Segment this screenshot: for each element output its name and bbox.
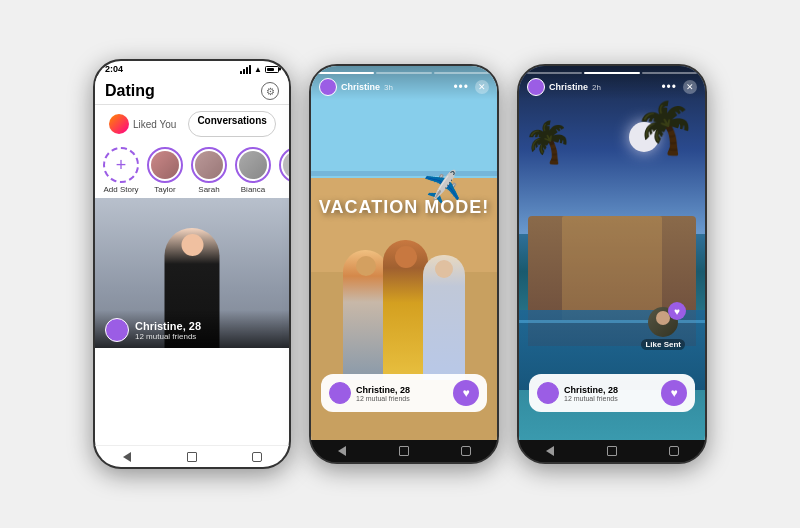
- progress-bar-3a: [527, 72, 582, 74]
- story-screen-2: VACATION MODE! ✈️ Christine 3h •••: [311, 66, 497, 440]
- tab-liked-you[interactable]: Liked You: [103, 111, 182, 137]
- progress-bar-1: [319, 72, 374, 74]
- story-profile-avatar-3: [537, 382, 559, 404]
- story-user-avatar-3: [527, 78, 545, 96]
- story-meta-3: Christine 2h ••• ✕: [527, 78, 697, 96]
- progress-bar-3: [434, 72, 489, 74]
- phone-2: VACATION MODE! ✈️ Christine 3h •••: [309, 64, 499, 464]
- story-profile-name-3: Christine, 28: [564, 385, 618, 395]
- add-story-icon: +: [103, 147, 139, 183]
- people-group: [339, 240, 469, 380]
- app-title: Dating: [105, 82, 155, 100]
- story-label-bianca: Bianca: [241, 185, 265, 194]
- settings-icon[interactable]: ⚙: [261, 82, 279, 100]
- nav-bar-1: [95, 445, 289, 467]
- story-user-3: Christine 2h: [527, 78, 601, 96]
- like-button-3[interactable]: ♥: [661, 380, 687, 406]
- palm-tree-right: 🌴: [634, 103, 696, 153]
- story-profile-left-2: Christine, 28 12 mutual friends: [329, 382, 410, 404]
- like-sent-label: Like Sent: [641, 339, 685, 350]
- story-header-2: Christine 3h ••• ✕: [311, 66, 497, 100]
- tabs-row: Liked You Conversations: [95, 105, 289, 143]
- progress-bar-3b: [584, 72, 639, 74]
- story-content-3: 🌴 🌴: [519, 66, 705, 440]
- home-button[interactable]: [185, 450, 199, 464]
- recents-button-2[interactable]: [459, 444, 473, 458]
- progress-bars-2: [319, 72, 489, 74]
- plane-emoji: ✈️: [422, 168, 462, 207]
- progress-bar-2: [376, 72, 431, 74]
- close-story-button-3[interactable]: ✕: [683, 80, 697, 94]
- back-button-2[interactable]: [335, 444, 349, 458]
- home-button-2[interactable]: [397, 444, 411, 458]
- like-sent-heart-icon: ♥: [668, 302, 686, 320]
- story-username-3: Christine: [549, 82, 588, 92]
- status-bar-1: 2:04 ▲: [95, 61, 289, 76]
- nav-bar-3: [519, 440, 705, 462]
- like-button-2[interactable]: ♥: [453, 380, 479, 406]
- dating-screen: Dating ⚙ Liked You Conversations + Add S…: [95, 76, 289, 445]
- main-profile-photo[interactable]: Christine, 28 12 mutual friends: [95, 198, 289, 348]
- status-icons-1: ▲: [240, 65, 279, 74]
- story-ring-sarah: [191, 147, 227, 183]
- story-profile-info-3: Christine, 28 12 mutual friends: [564, 385, 618, 402]
- signal-icon: [240, 65, 251, 74]
- story-time-2: 3h: [384, 83, 393, 92]
- battery-icon: [265, 66, 279, 73]
- story-profile-info-2: Christine, 28 12 mutual friends: [356, 385, 410, 402]
- story-time-3: 2h: [592, 83, 601, 92]
- progress-bar-3c: [642, 72, 697, 74]
- liked-avatar: [109, 114, 129, 134]
- story-username-2: Christine: [341, 82, 380, 92]
- dating-header: Dating ⚙: [95, 76, 289, 105]
- story-avatar-sp: [283, 151, 289, 179]
- tab-conversations[interactable]: Conversations: [188, 111, 275, 137]
- story-screen-3: 🌴 🌴: [519, 66, 705, 440]
- close-story-button[interactable]: ✕: [475, 80, 489, 94]
- more-options-icon-3[interactable]: •••: [661, 80, 677, 94]
- nav-bar-2: [311, 440, 497, 462]
- home-button-3[interactable]: [605, 444, 619, 458]
- story-sarah[interactable]: Sarah: [191, 147, 227, 194]
- story-bottom-3: Christine, 28 12 mutual friends ♥: [519, 374, 705, 412]
- story-actions-3: ••• ✕: [661, 80, 697, 94]
- phone-3: 🌴 🌴: [517, 64, 707, 464]
- story-profile-avatar-2: [329, 382, 351, 404]
- profile-mutual: 12 mutual friends: [135, 332, 201, 341]
- story-meta-2: Christine 3h ••• ✕: [319, 78, 489, 96]
- story-avatar-sarah: [195, 151, 223, 179]
- liked-label: Liked You: [133, 119, 176, 130]
- like-sent-bubble: ♥ Like Sent: [641, 307, 685, 350]
- phone-1: 2:04 ▲ Dating ⚙ Liked You: [93, 59, 291, 469]
- story-profile-card-3: Christine, 28 12 mutual friends ♥: [529, 374, 695, 412]
- story-bianca[interactable]: Bianca: [235, 147, 271, 194]
- story-profile-name-2: Christine, 28: [356, 385, 410, 395]
- profile-avatar: [105, 318, 129, 342]
- profile-info: Christine, 28 12 mutual friends: [135, 320, 201, 341]
- story-ring-bianca: [235, 147, 271, 183]
- stories-row: + Add Story Taylor Sarah Bianca: [95, 143, 289, 198]
- back-button-3[interactable]: [543, 444, 557, 458]
- recents-button-3[interactable]: [667, 444, 681, 458]
- story-actions-2: ••• ✕: [453, 80, 489, 94]
- palm-tree-left: 🌴: [523, 122, 573, 162]
- story-taylor[interactable]: Taylor: [147, 147, 183, 194]
- back-button[interactable]: [120, 450, 134, 464]
- vacation-text: VACATION MODE!: [319, 197, 489, 218]
- story-label-sarah: Sarah: [198, 185, 219, 194]
- story-content-2: VACATION MODE! ✈️ Christine 3h •••: [311, 66, 497, 440]
- story-avatar-taylor: [151, 151, 179, 179]
- status-time-1: 2:04: [105, 64, 123, 74]
- profile-card: Christine, 28 12 mutual friends: [95, 310, 289, 348]
- story-profile-mutual-3: 12 mutual friends: [564, 395, 618, 402]
- story-sp[interactable]: Sp...: [279, 147, 289, 194]
- recents-button[interactable]: [250, 450, 264, 464]
- story-profile-mutual-2: 12 mutual friends: [356, 395, 410, 402]
- story-user-avatar-2: [319, 78, 337, 96]
- story-bottom-2: Christine, 28 12 mutual friends ♥: [311, 374, 497, 412]
- more-options-icon[interactable]: •••: [453, 80, 469, 94]
- story-add[interactable]: + Add Story: [103, 147, 139, 194]
- profile-name: Christine, 28: [135, 320, 201, 332]
- add-story-label: Add Story: [103, 185, 138, 194]
- story-header-3: Christine 2h ••• ✕: [519, 66, 705, 100]
